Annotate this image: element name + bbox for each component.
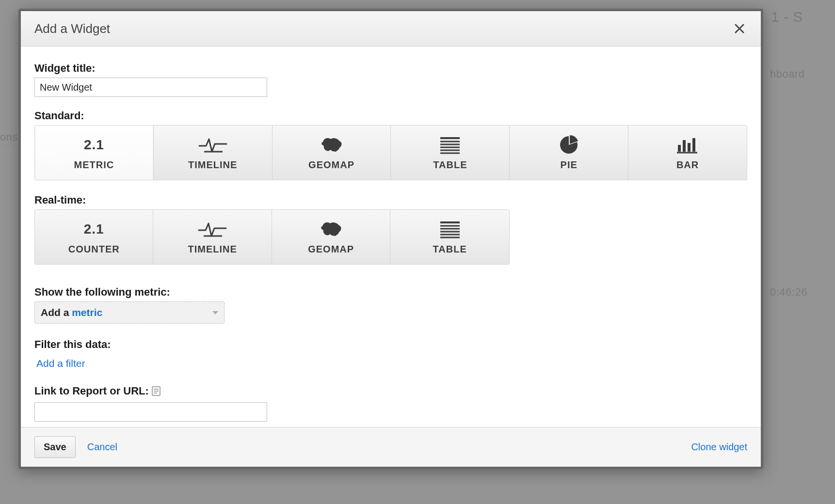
filter-label: Filter this data: [34, 338, 747, 351]
tile-rt-geomap[interactable]: GEOMAP [272, 210, 390, 264]
tile-label: METRIC [74, 159, 114, 171]
svg-rect-8 [678, 145, 681, 152]
tile-counter[interactable]: 2.1 COUNTER [35, 210, 153, 264]
counter-number-icon: 2.1 [84, 220, 104, 239]
realtime-tiles: 2.1 COUNTER TIMELINE GEOMAP [34, 209, 510, 265]
chevron-down-icon [212, 311, 218, 315]
tile-label: TABLE [433, 159, 467, 171]
tile-label: TABLE [433, 244, 467, 255]
tile-label: COUNTER [68, 244, 120, 255]
tile-pie[interactable]: PIE [510, 126, 628, 180]
tile-label: GEOMAP [308, 159, 354, 171]
modal-body: Widget title: Standard: 2.1 METRIC TIMEL… [21, 47, 761, 427]
standard-label: Standard: [34, 110, 747, 122]
tile-rt-table[interactable]: TABLE [390, 210, 509, 264]
close-button[interactable] [729, 18, 750, 39]
tile-geomap[interactable]: GEOMAP [273, 126, 391, 180]
tile-label: BAR [676, 159, 699, 171]
table-icon [437, 220, 463, 239]
widget-title-label: Widget title: [34, 62, 747, 75]
geomap-icon [318, 135, 345, 155]
add-metric-dropdown[interactable]: Add a metric [34, 301, 225, 324]
svg-point-1 [335, 150, 337, 152]
modal-title: Add a Widget [34, 21, 110, 36]
geomap-icon [318, 220, 345, 239]
svg-rect-9 [683, 140, 686, 152]
metric-section-label: Show the following metric: [34, 286, 747, 299]
svg-rect-11 [692, 138, 695, 152]
tile-label: TIMELINE [188, 159, 237, 171]
pie-icon [558, 135, 579, 155]
tile-rt-timeline[interactable]: TIMELINE [153, 210, 272, 264]
tile-bar[interactable]: BAR [628, 126, 747, 180]
save-button[interactable]: Save [34, 436, 76, 458]
timeline-icon [197, 220, 228, 239]
modal-footer: Save Cancel Clone widget [21, 427, 761, 467]
timeline-icon [197, 135, 228, 155]
tile-timeline[interactable]: TIMELINE [154, 126, 273, 180]
tile-table[interactable]: TABLE [391, 126, 510, 180]
add-widget-modal: Add a Widget Widget title: Standard: 2.1… [18, 9, 763, 469]
tile-label: GEOMAP [308, 244, 354, 255]
tile-label: PIE [561, 159, 578, 171]
standard-tiles: 2.1 METRIC TIMELINE GEOMAP [34, 125, 747, 180]
metric-number-icon: 2.1 [84, 135, 104, 155]
tile-label: TIMELINE [188, 244, 237, 255]
tile-metric[interactable]: 2.1 METRIC [35, 126, 154, 180]
close-icon [734, 23, 745, 34]
cancel-link[interactable]: Cancel [87, 441, 117, 453]
svg-point-14 [334, 234, 336, 236]
modal-header: Add a Widget [21, 11, 761, 47]
widget-title-input[interactable] [34, 78, 267, 97]
table-icon [437, 135, 463, 155]
report-icon [152, 386, 161, 396]
add-metric-text: Add a metric [41, 307, 102, 318]
link-url-input[interactable] [34, 402, 267, 422]
clone-widget-link[interactable]: Clone widget [691, 441, 747, 453]
add-filter-link[interactable]: Add a filter [34, 354, 87, 373]
svg-rect-10 [688, 143, 690, 152]
link-report-label: Link to Report or URL: [34, 385, 149, 397]
realtime-label: Real-time: [34, 194, 747, 206]
bar-icon [675, 135, 700, 155]
